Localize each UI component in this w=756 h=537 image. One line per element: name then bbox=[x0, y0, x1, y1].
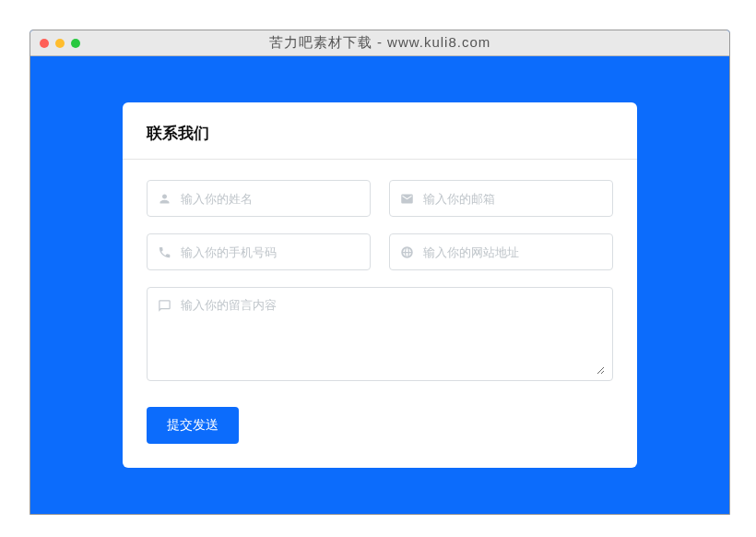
page-body: 联系我们 bbox=[30, 56, 729, 514]
message-input[interactable] bbox=[181, 297, 605, 375]
divider bbox=[123, 159, 637, 160]
form-heading: 联系我们 bbox=[147, 123, 613, 144]
name-input[interactable] bbox=[181, 181, 370, 216]
user-icon bbox=[148, 192, 181, 206]
phone-icon bbox=[148, 245, 181, 259]
email-field[interactable] bbox=[389, 180, 613, 217]
phone-field[interactable] bbox=[147, 233, 371, 270]
envelope-icon bbox=[390, 192, 423, 206]
close-icon[interactable] bbox=[40, 39, 49, 48]
site-field[interactable] bbox=[389, 233, 613, 270]
phone-input[interactable] bbox=[181, 234, 370, 269]
globe-icon bbox=[390, 245, 423, 259]
window-controls bbox=[40, 39, 80, 48]
contact-card: 联系我们 bbox=[123, 102, 637, 468]
maximize-icon[interactable] bbox=[71, 39, 80, 48]
submit-button[interactable]: 提交发送 bbox=[147, 407, 239, 444]
title-bar: 苦力吧素材下载 - www.kuli8.com bbox=[30, 30, 729, 56]
name-field[interactable] bbox=[147, 180, 371, 217]
email-input[interactable] bbox=[423, 181, 612, 216]
site-input[interactable] bbox=[423, 234, 612, 269]
minimize-icon[interactable] bbox=[55, 39, 65, 48]
window-title: 苦力吧素材下载 - www.kuli8.com bbox=[30, 34, 729, 52]
message-field[interactable] bbox=[147, 287, 613, 381]
chat-icon bbox=[148, 297, 181, 375]
browser-window: 苦力吧素材下载 - www.kuli8.com 联系我们 bbox=[30, 30, 730, 515]
